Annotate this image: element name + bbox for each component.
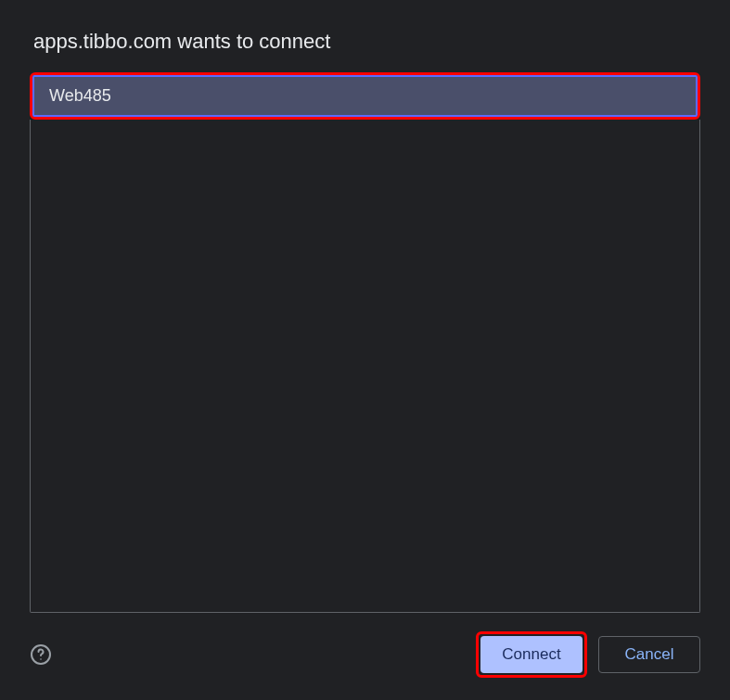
svg-point-1 bbox=[40, 658, 42, 660]
help-icon[interactable] bbox=[30, 643, 52, 666]
highlight-annotation-connect: Connect bbox=[476, 631, 587, 678]
button-row: Connect Cancel bbox=[476, 631, 700, 678]
dialog-footer: Connect Cancel bbox=[30, 631, 700, 678]
serial-port-permission-dialog: apps.tibbo.com wants to connect Web485 C… bbox=[0, 0, 730, 700]
device-list-item[interactable]: Web485 bbox=[32, 75, 698, 117]
dialog-title: apps.tibbo.com wants to connect bbox=[33, 30, 700, 54]
connect-button[interactable]: Connect bbox=[480, 636, 583, 673]
highlight-annotation-device: Web485 bbox=[30, 72, 700, 120]
cancel-button[interactable]: Cancel bbox=[598, 636, 700, 673]
device-list-container: Web485 bbox=[30, 72, 700, 613]
device-list-empty-area[interactable] bbox=[30, 120, 700, 613]
